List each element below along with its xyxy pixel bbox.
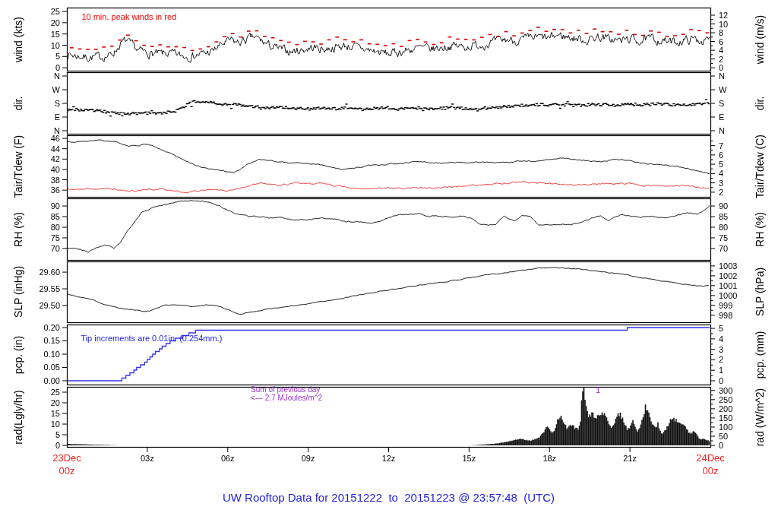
x-start-date-day: 23Dec [52,451,81,464]
rad-sum-value: <--- 2.7 MJoules/m^2 [251,394,322,403]
x-end-date: 24Dec 00z [696,451,725,477]
x-end-date-day: 24Dec [696,451,725,464]
pcp-tip-note: Tip increments are 0.01in. (0.254mm.) [81,334,222,343]
weather-chart-figure: 0510152025024681012wind (kts)wind (m/s)N… [0,0,778,532]
x-end-date-hour: 00z [696,464,725,477]
x-start-date-hour: 00z [52,464,81,477]
chart-title: UW Rooftop Data for 20151222 to 20151223… [223,491,555,504]
wind-peak-note: 10 min. peak winds in red [81,12,176,21]
chart-canvas [0,0,778,532]
rad-flag-1: 1 [596,385,600,394]
x-start-date: 23Dec 00z [52,451,81,477]
